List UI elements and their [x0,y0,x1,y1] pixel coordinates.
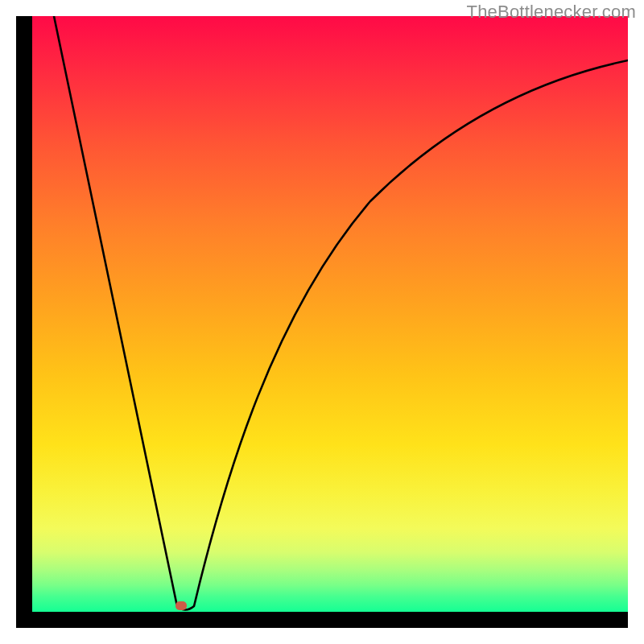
chart-container: TheBottlenecker.com [0,0,644,644]
watermark-text: TheBottlenecker.com [467,2,636,23]
curve-path [54,16,628,610]
bottleneck-curve [32,16,628,612]
plot-area [32,16,628,612]
optimal-point-marker [175,601,187,610]
chart-frame [16,16,628,628]
